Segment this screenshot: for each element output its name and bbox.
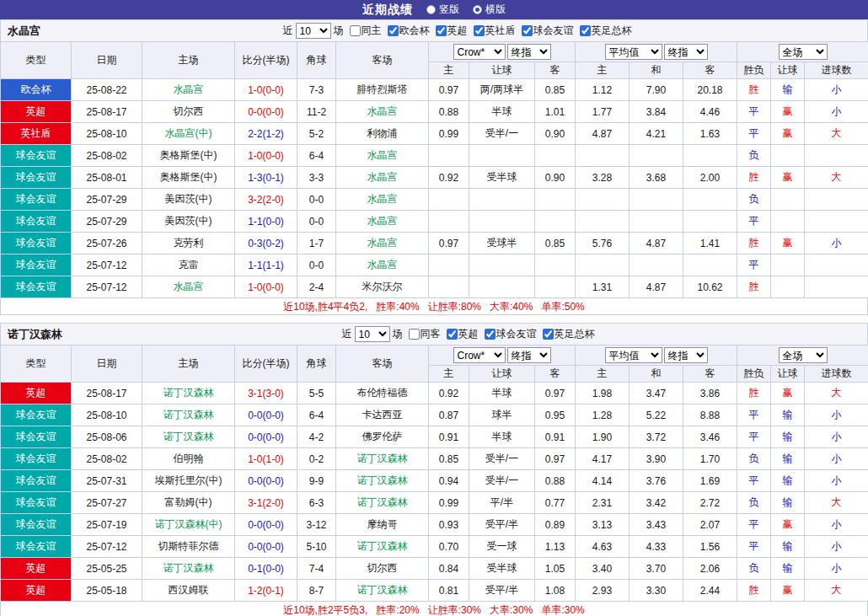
ah-home-odds: 0.97 [429, 79, 469, 101]
average-select[interactable]: 平均值 [605, 347, 662, 363]
match-date: 25-08-10 [72, 123, 142, 145]
competition-checkbox[interactable]: 球会友谊 [485, 327, 537, 341]
summary-part: 让胜率:80% [428, 301, 481, 313]
eu-draw-odds: 3.30 [630, 580, 683, 602]
results-group-header: 全场 [737, 42, 868, 62]
away-team: 水晶宫 [336, 211, 429, 233]
results-table: 类型日期主场比分(半场)角球客场Crow*终指平均值终指全场主让球客主和客胜负让… [0, 345, 868, 602]
competition-checkbox[interactable]: 球会友谊 [522, 24, 574, 38]
ah-home-odds: 0.85 [429, 448, 469, 470]
match-type-badge: 球会友谊 [1, 167, 72, 189]
eu-draw-odds: 3.76 [630, 470, 683, 492]
checkbox-input[interactable] [436, 25, 447, 36]
period-select[interactable]: 全场 [779, 347, 828, 363]
checkbox-input[interactable] [522, 25, 533, 36]
match-type-badge: 英超 [1, 558, 72, 580]
checkbox-input[interactable] [474, 25, 485, 36]
recent-count-select[interactable]: 10 [355, 326, 390, 342]
ah-away-odds [535, 189, 576, 211]
col-header: 角球 [297, 345, 336, 383]
odds-time-select[interactable]: 终指 [507, 44, 551, 60]
average-time-select[interactable]: 终指 [664, 44, 708, 60]
recent-count-select[interactable]: 10 [296, 23, 331, 39]
score: 3-1(2-0) [235, 492, 297, 514]
checkbox-input[interactable] [543, 329, 554, 340]
bookmaker-select[interactable]: Crow* [453, 44, 506, 60]
handicap-result: 输 [771, 492, 805, 514]
away-team: 水晶宫 [336, 101, 429, 123]
same-venue-checkbox[interactable]: 同主 [350, 24, 382, 38]
match-date: 25-05-18 [72, 580, 142, 602]
ah-away-odds [535, 254, 576, 276]
away-team: 水晶宫 [336, 254, 429, 276]
score: 3-2(2-0) [235, 189, 297, 211]
sub-header: 胜负 [737, 366, 771, 383]
match-type-badge: 球会友谊 [1, 145, 72, 167]
ah-home-odds: 0.91 [429, 426, 469, 448]
layout-horizontal-option[interactable]: 横版 [473, 3, 506, 17]
ah-away-odds: 0.97 [535, 383, 576, 404]
match-type-badge: 英超 [1, 383, 72, 404]
goals-result: 小 [805, 101, 868, 123]
eu-away-odds: 4.46 [683, 101, 737, 123]
average-time-select[interactable]: 终指 [664, 347, 708, 363]
eu-draw-odds: 7.90 [630, 79, 683, 101]
score: 0-1(0-0) [235, 558, 297, 580]
handicap-result: 输 [771, 426, 805, 448]
eu-home-odds: 4.17 [576, 448, 630, 470]
corner-count: 1-7 [297, 233, 336, 254]
corner-count: 5-5 [297, 383, 336, 404]
summary-part: 大率:40% [490, 301, 533, 313]
ah-line [469, 276, 535, 298]
ah-home-odds [429, 211, 469, 233]
handicap-result [771, 211, 805, 233]
ah-home-odds: 0.97 [429, 233, 469, 254]
competition-checkbox[interactable]: 英足总杯 [580, 24, 632, 38]
checkbox-label: 球会友谊 [533, 24, 574, 38]
corner-count: 9-9 [297, 470, 336, 492]
checkbox-input[interactable] [388, 25, 399, 36]
home-team: 诺丁汉森林 [142, 383, 235, 404]
ah-home-odds: 0.87 [429, 404, 469, 426]
competition-checkbox[interactable]: 英超 [447, 327, 479, 341]
home-team: 克雷 [142, 254, 235, 276]
checkbox-input[interactable] [485, 329, 496, 340]
layout-vertical-option[interactable]: 竖版 [426, 3, 459, 17]
average-select[interactable]: 平均值 [605, 44, 662, 60]
match-row: 球会友谊25-07-27富勒姆(中)3-1(2-0)6-3诺丁汉森林0.99平/… [1, 492, 868, 514]
match-row: 英超25-05-18西汉姆联1-2(0-1)8-7诺丁汉森林0.81受平/半1.… [1, 580, 868, 602]
bookmaker-select[interactable]: Crow* [453, 347, 506, 363]
result: 平 [737, 426, 771, 448]
eu-home-odds: 3.28 [576, 167, 630, 189]
checkbox-input[interactable] [409, 329, 420, 340]
home-team: 奥格斯堡(中) [142, 167, 235, 189]
same-venue-checkbox[interactable]: 同客 [409, 327, 441, 341]
ah-home-odds [429, 145, 469, 167]
eu-home-odds: 4.14 [576, 470, 630, 492]
ah-line: 受平/半 [469, 580, 535, 602]
sub-header: 客 [535, 366, 576, 383]
col-header: 日期 [72, 42, 142, 79]
checkbox-input[interactable] [350, 25, 361, 36]
odds-time-select[interactable]: 终指 [507, 347, 551, 363]
recent-results-section: 诺丁汉森林近10场同客英超球会友谊英足总杯类型日期主场比分(半场)角球客场Cro… [0, 323, 868, 616]
goals-result: 大 [805, 383, 868, 404]
competition-checkbox[interactable]: 欧会杯 [388, 24, 430, 38]
match-type-badge: 球会友谊 [1, 514, 72, 536]
score: 1-0(0-0) [235, 145, 297, 167]
competition-checkbox[interactable]: 英足总杯 [543, 327, 595, 341]
checkbox-input[interactable] [580, 25, 591, 36]
competition-checkbox[interactable]: 英超 [436, 24, 468, 38]
goals-result: 大 [805, 167, 868, 189]
corner-count: 2-4 [297, 276, 336, 298]
filter-bar: 近10场同客英超球会友谊英足总杯 [69, 326, 867, 342]
goals-result: 小 [805, 448, 868, 470]
sections-container: 水晶宫近10场同主欧会杯英超英社盾球会友谊英足总杯类型日期主场比分(半场)角球客… [0, 19, 868, 616]
score: 0-0(0-0) [235, 426, 297, 448]
ah-line: 受半/一 [469, 470, 535, 492]
competition-checkbox[interactable]: 英社盾 [474, 24, 516, 38]
checkbox-input[interactable] [447, 329, 458, 340]
match-type-badge: 球会友谊 [1, 254, 72, 276]
period-select[interactable]: 全场 [779, 44, 828, 60]
corner-count: 6-4 [297, 145, 336, 167]
